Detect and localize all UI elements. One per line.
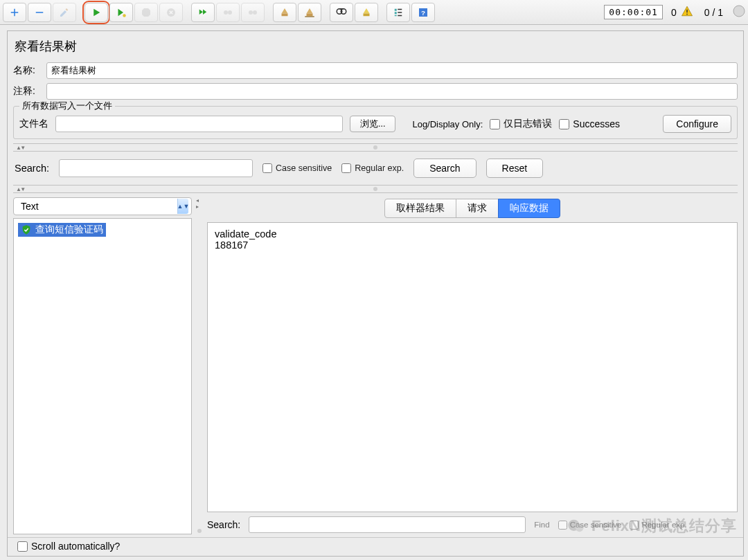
svg-rect-13 — [395, 12, 397, 14]
svg-point-5 — [249, 10, 253, 15]
panel-title: 察看结果树 — [8, 31, 743, 60]
renderer-dropdown[interactable]: Text ▲▼ — [13, 197, 192, 215]
configure-button[interactable]: Configure — [663, 115, 731, 133]
result-tabs: 取样器结果 请求 响应数据 — [207, 196, 738, 222]
clear-button[interactable] — [273, 3, 296, 22]
run-no-pause-button[interactable] — [109, 3, 133, 22]
elapsed-timer: 00:00:01 — [604, 5, 663, 19]
browse-button[interactable]: 浏览... — [350, 116, 395, 132]
chevron-updown-icon: ▲▼ — [177, 199, 188, 214]
file-output-group: 所有数据写入一个文件 文件名 浏览... Log/Display Only: 仅… — [13, 106, 738, 139]
lower-find-button[interactable]: Find — [534, 521, 549, 529]
lower-case-checkbox[interactable]: Case sensitive — [558, 521, 622, 530]
lower-search-bar: Search: Find Case sensitive Regular exp. — [207, 512, 738, 534]
file-group-legend: 所有数据写入一个文件 — [19, 100, 115, 112]
svg-point-6 — [253, 10, 257, 15]
tree-item[interactable]: 查询短信验证码 — [18, 223, 106, 237]
add-button[interactable] — [3, 3, 26, 22]
svg-point-3 — [224, 10, 228, 15]
svg-rect-8 — [307, 13, 313, 16]
svg-rect-17 — [686, 10, 688, 13]
search-input[interactable] — [59, 159, 253, 177]
scroll-automatically-checkbox[interactable]: Scroll automatically? — [17, 541, 120, 552]
function-helper-button[interactable] — [386, 3, 410, 22]
comment-input[interactable] — [46, 83, 738, 100]
lower-search-input[interactable] — [249, 516, 526, 533]
successes-checkbox[interactable]: Successes — [559, 118, 620, 129]
tab-response-data[interactable]: 响应数据 — [498, 199, 560, 218]
clear-all-button[interactable] — [298, 3, 321, 22]
shutdown-button — [159, 3, 183, 22]
lower-search-label: Search: — [207, 519, 240, 530]
errors-only-checkbox[interactable]: 仅日志错误 — [490, 118, 552, 130]
svg-rect-14 — [395, 15, 397, 16]
tab-request[interactable]: 请求 — [456, 199, 499, 218]
remote-stop-button — [216, 3, 240, 22]
comment-label: 注释: — [13, 85, 41, 98]
remove-button[interactable] — [28, 3, 51, 22]
response-body[interactable]: validate_code 188167 — [207, 222, 738, 512]
remote-shutdown-button — [241, 3, 265, 22]
svg-point-0 — [123, 14, 126, 17]
logdisplay-label: Log/Display Only: — [412, 119, 483, 129]
toolbar: ? 00:00:01 0 0 / 1 — [0, 0, 748, 25]
remote-start-button[interactable] — [191, 3, 215, 22]
name-label: 名称: — [13, 64, 41, 77]
svg-rect-18 — [686, 14, 688, 15]
do-search-button[interactable]: Search — [413, 159, 476, 178]
svg-text:?: ? — [421, 8, 425, 16]
svg-point-19 — [733, 6, 745, 17]
success-icon — [21, 224, 32, 235]
stop-button — [134, 3, 158, 22]
lower-regex-checkbox[interactable]: Regular exp. — [630, 521, 686, 530]
svg-point-4 — [228, 10, 232, 15]
thread-count: 0 / 1 — [704, 7, 723, 18]
case-sensitive-checkbox[interactable]: Case sensitive — [262, 163, 332, 173]
search-label: Search: — [15, 163, 49, 174]
upper-search-bar: Search: Case sensitive Regular exp. Sear… — [8, 153, 743, 183]
filename-label: 文件名 — [19, 118, 48, 130]
reset-search-button-2[interactable]: Reset — [486, 159, 544, 178]
help-button[interactable]: ? — [411, 3, 435, 22]
search-button[interactable] — [330, 3, 353, 22]
vertical-splitter[interactable]: ◂ ▸ — [196, 196, 203, 534]
results-tree[interactable]: 查询短信验证码 — [13, 218, 192, 534]
warning-icon — [681, 5, 693, 19]
renderer-value: Text — [21, 201, 39, 212]
svg-rect-11 — [364, 13, 370, 16]
tab-sampler-result[interactable]: 取样器结果 — [384, 199, 456, 218]
main-panel: 察看结果树 名称: 注释: 所有数据写入一个文件 文件名 浏览... Log/D… — [7, 30, 744, 557]
svg-rect-7 — [282, 13, 288, 16]
name-input[interactable] — [46, 62, 738, 79]
splitter-mid[interactable] — [13, 185, 738, 193]
status-icon — [733, 5, 745, 19]
warnings-count: 0 — [671, 7, 677, 18]
regex-checkbox[interactable]: Regular exp. — [341, 163, 404, 173]
edit-button — [53, 3, 76, 22]
svg-marker-1 — [142, 8, 150, 17]
reset-search-button[interactable] — [355, 3, 378, 22]
svg-rect-12 — [395, 8, 397, 10]
run-button[interactable] — [84, 3, 108, 22]
filename-input[interactable] — [55, 116, 343, 132]
splitter-top[interactable] — [13, 143, 738, 152]
tree-item-label: 查询短信验证码 — [35, 224, 103, 236]
